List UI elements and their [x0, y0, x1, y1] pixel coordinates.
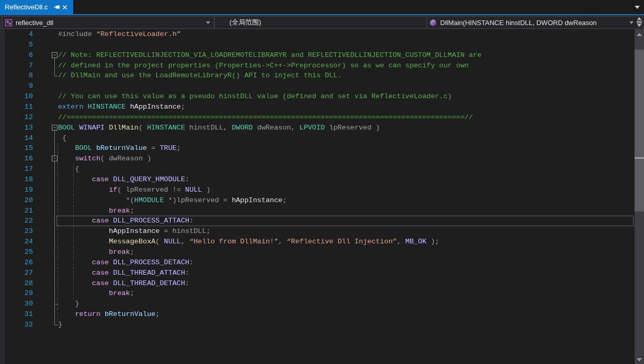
code-text[interactable]: break;	[58, 206, 134, 216]
member-dropdown[interactable]: DllMain(HINSTANCE hinstDLL, DWORD dwReas…	[427, 16, 638, 29]
line-number: 14	[0, 133, 33, 144]
code-text[interactable]: }	[58, 299, 79, 309]
code-line-12: 12//====================================…	[0, 112, 635, 123]
line-number: 26	[0, 257, 33, 268]
code-line-30: 30 }	[0, 299, 635, 309]
code-line-23: 23 hAppInstance = hinstDLL;	[0, 226, 635, 237]
scroll-up-icon[interactable]	[637, 33, 642, 36]
line-number: 15	[0, 143, 33, 154]
chevron-down-icon	[206, 21, 210, 24]
code-text[interactable]: // You can use this value as a pseudo hi…	[58, 91, 452, 102]
code-text[interactable]: extern HINSTANCE hAppInstance;	[58, 102, 185, 112]
code-text[interactable]: // defined in the project properties (Pr…	[58, 61, 469, 71]
outline-scope-line	[54, 237, 55, 247]
code-text[interactable]: {	[58, 133, 66, 144]
line-number: 11	[0, 102, 33, 112]
code-text[interactable]: switch( dwReason )	[58, 154, 151, 164]
method-cube-icon	[429, 19, 437, 27]
code-line-6: −6// Note: REFLECTIVEDLLINJECTION_VIA_LO…	[0, 50, 635, 61]
line-number: 27	[0, 268, 33, 278]
scrollbar-thumb[interactable]	[635, 50, 644, 212]
close-icon[interactable]	[61, 4, 68, 11]
collapse-region-icon[interactable]: −	[52, 52, 58, 58]
tab-reflectivedll-c[interactable]: ReflectiveDll.c	[0, 0, 73, 14]
line-number: 29	[0, 288, 33, 299]
line-number: 17	[0, 164, 33, 174]
code-text[interactable]: MessageBoxA( NULL, “Hello from DllMain!”…	[58, 237, 439, 247]
line-number: 12	[0, 112, 33, 123]
line-number: 16	[0, 154, 33, 164]
code-line-29: 29 break;	[0, 288, 635, 299]
code-editor: 4#include “ReflectiveLoader.h”5−6// Note…	[0, 29, 644, 364]
code-text[interactable]: case DLL_THREAD_DETACH:	[58, 278, 189, 289]
code-line-9: 9	[0, 81, 635, 91]
code-line-21: 21 break;	[0, 206, 635, 216]
outline-scope-line	[54, 226, 55, 237]
code-line-31: 31 return bReturnValue;	[0, 309, 635, 320]
code-text[interactable]: }	[58, 320, 62, 330]
code-line-13: −13BOOL WINAPI DllMain( HINSTANCE hinstD…	[0, 123, 635, 133]
collapse-region-icon[interactable]: −	[52, 156, 58, 161]
code-text[interactable]: {	[58, 164, 79, 174]
scope-dropdown[interactable]: (全局范围)	[214, 16, 439, 29]
code-line-19: 19 if( lpReserved != NULL )	[0, 185, 635, 195]
code-text[interactable]: break;	[58, 247, 134, 257]
outline-scope-line	[54, 206, 55, 216]
code-text[interactable]: BOOL bReturnValue = TRUE;	[58, 143, 181, 154]
project-dropdown-label: reflective_dll	[16, 19, 53, 27]
code-text[interactable]: case DLL_PROCESS_ATTACH:	[58, 216, 193, 226]
outline-scope-line	[54, 278, 55, 289]
pin-icon[interactable]	[53, 4, 60, 11]
outline-scope-line	[54, 268, 55, 278]
line-number: 21	[0, 206, 33, 216]
outline-scope-line	[54, 216, 55, 226]
code-text[interactable]: hAppInstance = hinstDLL;	[58, 226, 211, 237]
outline-scope-corner	[54, 320, 58, 325]
tab-strip: ReflectiveDll.c	[0, 0, 644, 14]
code-line-20: 20 *(HMODULE *)lpReserved = hAppInstance…	[0, 195, 635, 206]
project-dropdown[interactable]: reflective_dll	[2, 16, 214, 29]
line-number: 13	[0, 123, 33, 133]
code-text[interactable]: #include “ReflectiveLoader.h”	[58, 29, 181, 40]
code-text[interactable]: //======================================…	[58, 112, 473, 123]
outline-scope-line	[54, 174, 55, 185]
vertical-scrollbar[interactable]	[635, 29, 644, 364]
line-number: 32	[0, 320, 33, 330]
code-line-15: 15 BOOL bReturnValue = TRUE;	[0, 143, 635, 154]
vs-editor-window: ReflectiveDll.c	[0, 0, 644, 364]
code-text[interactable]: // Note: REFLECTIVEDLLINJECTION_VIA_LOAD…	[58, 50, 481, 61]
code-line-11: 11extern HINSTANCE hAppInstance;	[0, 102, 635, 112]
code-text[interactable]: *(HMODULE *)lpReserved = hAppInstance;	[58, 195, 287, 206]
line-number: 6	[0, 50, 33, 61]
code-text[interactable]: case DLL_PROCESS_DETACH:	[58, 257, 193, 268]
split-editor-icon[interactable]	[636, 16, 643, 29]
line-number: 24	[0, 237, 33, 247]
outline-scope-line	[54, 133, 55, 144]
code-text[interactable]: case DLL_QUERY_HMODULE:	[58, 174, 189, 185]
tab-well-dropdown-icon[interactable]	[635, 6, 640, 9]
line-number: 22	[0, 216, 33, 226]
line-number: 4	[0, 29, 33, 40]
code-text[interactable]: return bReturnValue;	[58, 309, 159, 320]
outline-scope-line	[54, 61, 55, 71]
outline-scope-line	[54, 247, 55, 257]
line-number: 20	[0, 195, 33, 206]
member-dropdown-label: DllMain(HINSTANCE hinstDLL, DWORD dwReas…	[440, 19, 597, 27]
code-text[interactable]: BOOL WINAPI DllMain( HINSTANCE hinstDLL,…	[58, 123, 380, 133]
line-number: 19	[0, 185, 33, 195]
collapse-region-icon[interactable]: −	[52, 125, 58, 131]
code-text[interactable]: if( lpReserved != NULL )	[58, 185, 211, 195]
code-text[interactable]: case DLL_THREAD_ATTACH:	[58, 268, 189, 278]
outline-scope-line	[54, 164, 55, 174]
scroll-down-icon[interactable]	[637, 358, 642, 361]
outline-scope-line	[54, 257, 55, 268]
code-line-22: 22 case DLL_PROCESS_ATTACH:	[0, 216, 635, 226]
code-text[interactable]: // DllMain and use the LoadRemoteLibrary…	[58, 71, 342, 81]
outline-scope-line	[54, 143, 55, 154]
line-number: 7	[0, 61, 33, 71]
code-line-32: 32}	[0, 320, 635, 330]
code-text[interactable]: break;	[58, 288, 134, 299]
code-line-25: 25 break;	[0, 247, 635, 257]
code-line-24: 24 MessageBoxA( NULL, “Hello from DllMai…	[0, 237, 635, 247]
navigation-bar: reflective_dll (全局范围) DllMain(HINSTANCE …	[0, 15, 644, 29]
